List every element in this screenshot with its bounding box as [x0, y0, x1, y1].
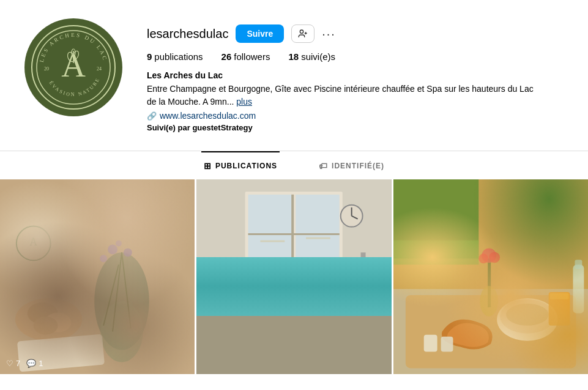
tab-tagged-label: IDENTIFIÉ(E)	[332, 162, 384, 170]
svg-point-58	[497, 298, 557, 341]
svg-rect-43	[196, 274, 391, 340]
heart-icon: ♡	[6, 359, 13, 368]
svg-point-59	[500, 299, 555, 334]
svg-text:24: 24	[97, 66, 102, 72]
svg-point-27	[45, 313, 72, 332]
svg-rect-51	[361, 252, 366, 289]
followed-by: Suivi(e) par guestetStrategy	[147, 123, 564, 132]
svg-point-11	[300, 30, 303, 33]
person-add-icon	[298, 29, 308, 39]
post-1-stats: ♡ 7 💬 1	[6, 359, 43, 368]
svg-point-67	[480, 286, 498, 317]
svg-point-28	[34, 317, 58, 335]
post-item-1[interactable]: A ♡ 7 💬 1	[0, 179, 195, 374]
followers-count: 26	[221, 51, 232, 62]
svg-text:20: 20	[44, 66, 49, 72]
followers-label: followers	[234, 51, 270, 62]
post-item-3[interactable]	[393, 179, 588, 374]
grid-icon: ⊞	[204, 161, 212, 171]
bio-more-link[interactable]: plus	[236, 97, 252, 107]
post-image-1: A	[0, 179, 195, 374]
post-image-3	[393, 179, 588, 374]
svg-point-21	[108, 244, 117, 254]
link-icon: 🔗	[147, 111, 157, 121]
svg-line-20	[103, 264, 119, 325]
svg-rect-15	[0, 179, 195, 374]
following-label: suivi(e)s	[301, 51, 335, 62]
svg-rect-54	[393, 179, 478, 258]
tab-publications-label: PUBLICATIONS	[215, 162, 277, 170]
followed-by-user[interactable]: guestetStrategy	[192, 123, 252, 132]
svg-rect-14	[0, 179, 195, 374]
bio-link-row: 🔗 www.lesarchesdulac.com	[147, 111, 564, 121]
svg-point-30	[17, 227, 51, 261]
bio-website-link[interactable]: www.lesarchesdulac.com	[160, 111, 256, 121]
svg-point-24	[124, 248, 132, 257]
svg-rect-63	[488, 258, 491, 307]
avatar: LES ARCHES DU LAC 20 24 A ÉVASION NAT	[24, 18, 122, 116]
svg-rect-42	[306, 238, 330, 239]
svg-rect-68	[423, 335, 437, 352]
bio-display-name: Les Arches du Lac	[147, 70, 564, 80]
svg-rect-70	[573, 264, 584, 313]
add-person-button[interactable]	[291, 24, 314, 43]
following-stat[interactable]: 18 suivi(e)s	[288, 51, 335, 62]
svg-point-26	[28, 302, 58, 324]
comment-icon: 💬	[26, 359, 36, 368]
svg-point-52	[355, 283, 372, 301]
publications-count: 9	[147, 51, 152, 62]
profile-section: LES ARCHES DU LAC 20 24 A ÉVASION NAT	[0, 0, 588, 144]
post-1-comments: 💬 1	[26, 359, 43, 368]
posts-grid: A ♡ 7 💬 1	[0, 179, 588, 374]
tab-publications[interactable]: ⊞ PUBLICATIONS	[201, 151, 280, 179]
svg-rect-41	[261, 240, 285, 242]
svg-rect-56	[393, 289, 588, 374]
followers-stat[interactable]: 26 followers	[221, 51, 270, 62]
tab-tagged[interactable]: 🏷 IDENTIFIÉ(E)	[316, 151, 387, 179]
svg-point-65	[478, 253, 488, 263]
svg-rect-57	[406, 295, 576, 368]
svg-text:A: A	[29, 236, 37, 248]
publications-stat: 9 publications	[147, 51, 203, 62]
svg-rect-55	[393, 240, 478, 264]
svg-point-23	[116, 240, 122, 246]
profile-info: lesarchesdulac Suivre ··· 9 publications…	[147, 18, 564, 132]
post-1-likes: ♡ 7	[6, 359, 20, 368]
bio-description: Entre Champagne et Bourgogne, Gîte avec …	[147, 83, 564, 108]
svg-rect-50	[245, 277, 343, 326]
svg-line-19	[122, 252, 131, 328]
tag-icon: 🏷	[319, 161, 328, 171]
svg-point-64	[482, 248, 496, 263]
more-options-button[interactable]: ···	[322, 27, 336, 41]
tabs-section: ⊞ PUBLICATIONS 🏷 IDENTIFIÉ(E)	[0, 151, 588, 179]
svg-line-18	[113, 252, 122, 331]
username: lesarchesdulac	[147, 27, 228, 41]
svg-point-25	[15, 298, 82, 341]
svg-rect-62	[549, 293, 568, 299]
svg-point-17	[100, 301, 143, 362]
svg-point-60	[506, 304, 549, 326]
svg-point-66	[489, 252, 500, 263]
svg-rect-44	[196, 274, 391, 340]
profile-top-row: lesarchesdulac Suivre ···	[147, 24, 564, 43]
svg-rect-61	[548, 292, 570, 326]
svg-point-22	[100, 255, 107, 262]
svg-rect-53	[393, 179, 588, 374]
svg-rect-69	[441, 337, 453, 352]
svg-rect-71	[575, 260, 582, 269]
bio-section: Les Arches du Lac Entre Champagne et Bou…	[147, 70, 564, 132]
svg-point-16	[94, 252, 149, 350]
publications-label: publications	[154, 51, 203, 62]
following-count: 18	[288, 51, 299, 62]
svg-rect-49	[196, 341, 391, 375]
post-item-2[interactable]	[196, 179, 391, 374]
follow-button[interactable]: Suivre	[236, 24, 284, 43]
stats-row: 9 publications 26 followers 18 suivi(e)s	[147, 51, 564, 62]
post-image-2	[196, 179, 391, 374]
